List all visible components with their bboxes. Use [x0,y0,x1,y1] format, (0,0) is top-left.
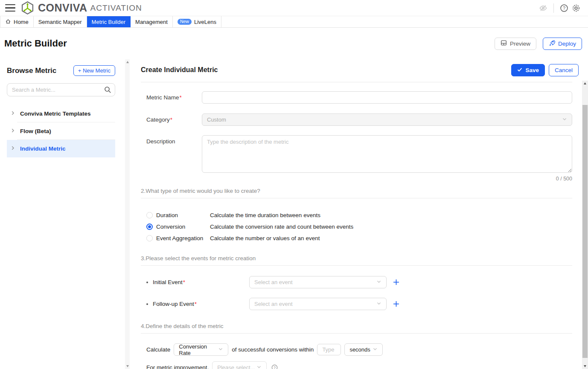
section3-title: 3.Please select the events for metric cr… [141,255,572,261]
tab-metric-builder[interactable]: Metric Builder [87,16,131,27]
main-nav: Home Semantic Mapper Metric Builder Mana… [0,16,588,28]
followup-event-select[interactable]: Select an event [249,298,387,310]
scroll-down-arrow[interactable] [582,363,588,369]
radio-option-event-aggregation[interactable]: Event Aggregation Calculate the number o… [146,232,572,244]
chevron-right-icon [10,128,15,134]
scroll-up-arrow[interactable] [125,59,130,65]
metric-name-input[interactable] [202,91,572,104]
sidebar-item-flow-beta[interactable]: Flow (Beta) [7,122,115,140]
section2-title: 2.What type of metric would you like to … [141,188,572,194]
preview-button[interactable]: Preview [495,38,536,50]
radio-icon[interactable] [146,235,153,241]
section-divider [141,82,572,82]
required-asterisk: * [183,279,185,285]
chevron-down-icon [373,346,378,353]
improvement-row: For metric improvement, Please select...… [146,361,572,369]
followup-event-row: Follow-up Event* Select an event [146,298,572,310]
search-icon[interactable] [104,86,111,95]
create-metric-panel: Create Individual Metric Save Cancel [130,59,582,369]
tab-label: Home [14,19,29,25]
settings-icon[interactable] [570,2,582,14]
chevron-right-icon [10,110,15,117]
section-divider [141,198,572,198]
sidebar-item-conviva-metric-templates[interactable]: Conviva Metric Templates [7,105,115,122]
help-icon[interactable]: ? [558,2,570,14]
improvement-label: For metric improvement, [146,364,209,369]
calculate-row: Calculate Conversion Rate of successful … [146,343,572,356]
page-title-row: Metric Builder Preview Deploy [0,28,588,59]
tab-management[interactable]: Management [131,16,173,27]
top-header: CONVIVA ACTIVATION ? [0,0,588,16]
radio-option-duration[interactable]: Duration Calculate the time duration bet… [146,209,572,221]
tab-semantic-mapper[interactable]: Semantic Mapper [34,16,87,27]
header-divider [553,3,554,13]
add-followup-event-button[interactable] [393,301,399,307]
new-badge: New [178,19,192,25]
category-label: Category* [146,113,202,126]
search-metric-input[interactable] [7,83,115,96]
scroll-down-arrow[interactable] [125,363,130,369]
category-select[interactable]: Custom [202,113,572,126]
cancel-button[interactable]: Cancel [549,64,579,76]
chevron-down-icon [218,346,223,353]
deploy-button[interactable]: Deploy [543,38,582,50]
preview-label: Preview [510,41,530,47]
eye-hidden-icon[interactable] [537,2,549,14]
brand-name: CONVIVA [38,2,87,14]
tab-label: Management [135,19,168,25]
main-scrollbar[interactable] [582,81,588,369]
metric-name-label: Metric Name* [146,91,202,104]
radio-option-conversion[interactable]: Conversion Calculate the conversion rate… [146,221,572,232]
menu-icon[interactable] [5,4,15,12]
initial-event-row: Initial Event* Select an event [146,276,572,288]
scrollbar-thumb[interactable] [582,105,588,358]
metric-type-radio-group: Duration Calculate the time duration bet… [146,209,572,244]
main-header: Create Individual Metric Save Cancel [130,59,582,81]
metric-tree: Conviva Metric Templates Flow (Beta) Ind… [7,105,115,157]
category-row: Category* Custom [146,113,572,126]
scroll-up-arrow[interactable] [582,81,588,86]
new-metric-button[interactable]: + New Metric [73,65,115,76]
section-divider [141,265,572,266]
sidebar-title: Browse Metric [7,67,56,75]
tab-label: Semantic Mapper [38,19,82,25]
calculate-label: Calculate [146,346,170,353]
browse-metric-panel: Browse Metric + New Metric Conviva Metri… [0,59,121,369]
tab-livelens[interactable]: New LiveLens [173,16,221,27]
chevron-down-icon [562,116,567,123]
required-asterisk: * [170,116,172,123]
conviva-logo-icon [20,1,35,15]
tab-home[interactable]: Home [0,16,34,27]
chevron-down-icon [376,301,381,307]
question-circle-icon[interactable]: ? [271,364,278,369]
chevron-down-icon [376,279,381,285]
add-initial-event-button[interactable] [393,279,399,285]
bullet-icon [146,282,148,283]
calculate-middle-text: of successful conversions within [232,346,314,353]
rate-type-select[interactable]: Conversion Rate [174,343,228,356]
cancel-label: Cancel [555,67,573,73]
required-asterisk: * [180,94,182,101]
improvement-select[interactable]: Please select... [212,361,267,369]
save-label: Save [525,67,539,73]
radio-icon[interactable] [146,212,153,218]
sidebar-item-individual-metric[interactable]: Individual Metric [7,140,115,157]
chevron-right-icon [10,145,15,152]
tab-label: Metric Builder [92,19,125,25]
initial-event-select[interactable]: Select an event [249,276,387,288]
sidebar-scrollbar[interactable] [125,59,130,369]
time-unit-select[interactable]: seconds [344,343,383,356]
radio-icon-checked[interactable] [146,224,153,230]
description-textarea[interactable] [202,135,572,173]
home-icon [5,18,11,26]
svg-text:?: ? [563,5,565,10]
page-title: Metric Builder [4,38,67,49]
chevron-down-icon [256,364,262,369]
tree-item-label: Flow (Beta) [20,128,51,134]
save-button[interactable]: Save [511,64,545,76]
tab-label: LiveLens [194,19,216,25]
within-value-input[interactable] [317,344,341,355]
content-area: Browse Metric + New Metric Conviva Metri… [0,59,588,369]
metric-form: Metric Name* Category* Custom [130,81,582,369]
char-counter: 0 / 500 [141,176,572,182]
